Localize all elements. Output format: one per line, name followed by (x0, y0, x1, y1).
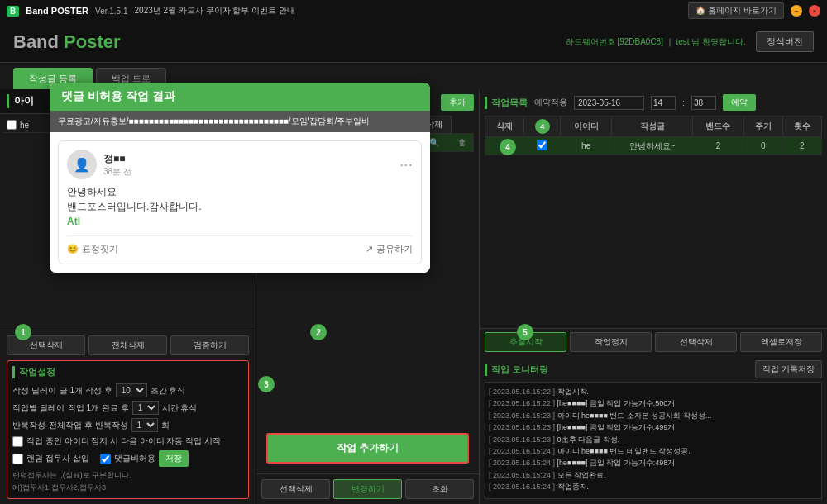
schedule-min-input[interactable] (691, 96, 716, 110)
change-button[interactable]: 변경하기 (333, 479, 402, 499)
comment-username: 정■■ (103, 152, 131, 166)
work-text-cell: 안녕하세요~ (611, 137, 692, 155)
log-area: [ 2023.05.16.15:22 ] 작업시작.[ 2023.05.16.1… (485, 382, 822, 499)
work-col-cycle: 주기 (743, 116, 782, 137)
export-excel-button[interactable]: 엑셀로저장 (740, 332, 822, 352)
mark-button[interactable]: 😊 표정짓기 (67, 243, 118, 255)
schedule-button[interactable]: 예약 (723, 94, 756, 111)
job-delay-unit1: 작업 1개 완료 후 (68, 402, 129, 414)
log-time: [ 2023.05.16.15:23 ] (489, 435, 555, 444)
circle-label-1: 1 (15, 324, 31, 340)
pro-button[interactable]: 정식버전 (756, 31, 814, 52)
work-bands-cell: 2 (693, 137, 743, 155)
work-table-row[interactable]: 🗑 he 안녕하세요~ 2 0 2 (485, 137, 822, 155)
share-icon: ↗ (366, 244, 373, 254)
header-logo: Band Poster (13, 31, 121, 53)
header-right: 하드웨어번호 [92DBA0C8] ｜ test 님 환영합니다. 정식버전 (566, 31, 814, 52)
all-delete-button[interactable]: 전체삭제 (88, 335, 167, 355)
app-title: Band POSTER (26, 6, 88, 16)
log-entry: [ 2023.05.16.15:24 ] 모든 작업완료. (489, 469, 818, 481)
monitoring-title: 작업 모니터링 (485, 364, 548, 376)
log-entry: [ 2023.05.16.15:24 ] 작업중지. (489, 481, 818, 492)
mark-label: 표정짓기 (82, 243, 118, 255)
verify-button[interactable]: 검증하기 (170, 335, 249, 355)
list-item-checkbox[interactable] (7, 120, 17, 130)
work-row-checkbox[interactable] (537, 140, 547, 150)
comment-text: 안녕하세요밴드포스터입니다.감사합니다. AtI (67, 184, 413, 229)
add-doc-button[interactable]: 추가 (441, 94, 474, 111)
write-delay-unit1: 글 1개 작성 후 (60, 385, 112, 397)
hardware-label: 하드웨어번호 (566, 37, 615, 46)
job-delay-select[interactable]: 123 (132, 401, 159, 415)
stop-work-button[interactable]: 작업정지 (570, 332, 652, 352)
col-num-badge: 4 (535, 119, 550, 134)
log-text: [he■■■■] 금일 작업 가능개수:500개 (555, 399, 675, 407)
doc-delete-cell[interactable]: 🗑 (452, 134, 474, 152)
hardware-info: 하드웨어번호 [92DBA0C8] ｜ test 님 환영합니다. (566, 36, 746, 48)
work-cycle-cell: 0 (743, 137, 782, 155)
options-row: 랜덤 접두사 삽입 댓글비허용 저장 (12, 450, 243, 467)
job-delay-label: 작업별 딜레이 (12, 402, 65, 414)
auto-start-checkbox[interactable] (12, 436, 23, 447)
work-list-title: 작업목록 (485, 97, 528, 109)
repeat-row: 반복작성 전체작업 후 반복작성 123 회 (12, 418, 243, 432)
log-entry: [ 2023.05.16.15:22 ] 작업시작. (489, 386, 818, 397)
header: Band Poster 하드웨어번호 [92DBA0C8] ｜ test 님 환… (0, 21, 827, 63)
log-time: [ 2023.05.16.15:24 ] (489, 459, 555, 467)
log-time: [ 2023.05.16.15:24 ] (489, 483, 555, 491)
home-button[interactable]: 🏠 홈페이지 바로가기 (688, 2, 784, 19)
random-prefix-note2: 예)접두사1,접두사2,접두사3 (12, 483, 243, 493)
schedule-date-input[interactable] (574, 96, 644, 110)
log-entry: [ 2023.05.16.15:24 ] 아이디 he■■■■ 밴드 데일밴드 … (489, 445, 818, 457)
work-list-header: 작업목록 예약적용 : 예약 (485, 94, 822, 111)
work-col-count: 횟수 (782, 116, 821, 137)
mid-select-delete-button[interactable]: 선택삭제 (261, 479, 330, 499)
comment-user-row: 👤 정■■ 38분 전 ⋯ (67, 150, 413, 179)
write-delay-select[interactable]: 1051520 (116, 383, 147, 397)
share-button[interactable]: ↗ 공유하기 (366, 243, 413, 255)
time-divider: : (682, 97, 685, 107)
work-checkbox-cell (524, 137, 561, 155)
log-time: [ 2023.05.16.15:24 ] (489, 471, 555, 479)
left-action-buttons: 선택삭제 전체삭제 검증하기 (0, 330, 256, 360)
repeat-select[interactable]: 123 (131, 418, 158, 432)
job-delay-row: 작업별 딜레이 작업 1개 완료 후 123 시간 휴식 (12, 401, 243, 415)
logo-band: Band (13, 31, 59, 52)
comment-block-label: 댓글비허용 (114, 453, 155, 464)
user-info: 정■■ 38분 전 (103, 152, 131, 178)
write-delay-row: 작성 딜레이 글 1개 작성 후 1051520 초간 휴식 (12, 383, 243, 397)
monitoring-section: 작업 모니터링 작업 기록저장 [ 2023.05.16.15:22 ] 작업시… (480, 355, 827, 504)
random-join-checkbox[interactable] (12, 454, 23, 464)
minimize-button[interactable]: − (791, 5, 802, 17)
hardware-code: [92DBA0C8] (617, 37, 663, 46)
log-entry: [ 2023.05.16.15:23 ] 아이디 he■■■■ 밴드 소자본 성… (489, 410, 818, 421)
work-col-bands: 밴드수 (693, 116, 743, 137)
schedule-hour-input[interactable] (651, 96, 676, 110)
comment-more-icon[interactable]: ⋯ (399, 157, 413, 173)
repeat-label: 반복작성 (12, 420, 45, 431)
share-label: 공유하기 (376, 243, 413, 255)
reset-button[interactable]: 초화 (405, 479, 474, 499)
right-panel: 작업목록 예약적용 : 예약 삭제 4 아이디 작성글 (480, 89, 827, 504)
popup-header: 댓글 비허용 작업 결과 (50, 83, 430, 111)
log-text: 아이디 he■■■■ 밴드 소자본 성공사화 작성성... (555, 411, 711, 420)
circle-label-5: 5 (517, 324, 533, 340)
comment-popup[interactable]: 댓글 비허용 작업 결과 무료광고/자유홍보/■■■■■■■■■■■■■■■■■… (50, 83, 430, 273)
job-delay-unit2: 시간 휴식 (162, 402, 198, 414)
random-join-label: 랜덤 접두사 삽입 (26, 453, 89, 464)
log-entry: [ 2023.05.16.15:22 ] [he■■■■] 금일 작업 가능개수… (489, 397, 818, 409)
add-work-button[interactable]: 작업 추가하기 (266, 433, 469, 464)
write-delay-label: 작성 딜레이 (12, 385, 56, 397)
popup-banner: 무료광고/자유홍보/■■■■■■■■■■■■■■■■■■■■■■■■■■■■■■… (50, 111, 430, 132)
comment-block-checkbox[interactable] (100, 454, 111, 464)
save-log-button[interactable]: 작업 기록저장 (755, 360, 822, 378)
log-time: [ 2023.05.16.15:24 ] (489, 447, 555, 455)
schedule-label: 예약적용 (534, 97, 567, 108)
repeat-unit2: 회 (161, 420, 170, 431)
work-id-cell: he (561, 137, 611, 155)
work-select-delete-button[interactable]: 선택삭제 (655, 332, 737, 352)
settings-save-button[interactable]: 저장 (159, 450, 189, 467)
close-button[interactable]: × (809, 5, 820, 17)
work-col-id: 아이디 (561, 116, 611, 137)
log-time: [ 2023.05.16.15:23 ] (489, 423, 555, 431)
